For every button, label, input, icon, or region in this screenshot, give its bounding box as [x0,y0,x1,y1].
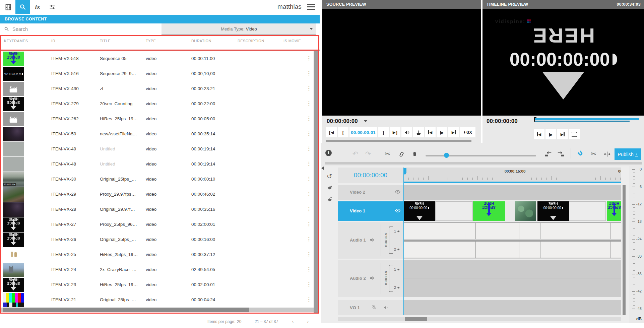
items-per-page-value[interactable]: 20 [237,319,241,324]
row-menu-icon[interactable]: ⋮ [306,100,312,107]
speaker-icon[interactable] [370,275,375,281]
media-type-select[interactable]: Media Type: Video [162,23,316,35]
source-preview-video[interactable] [322,9,481,116]
play-button[interactable]: ▶ [437,127,447,137]
reset-zoom-icon[interactable]: ↺ [327,173,332,180]
table-horizontal-scrollbar[interactable] [0,308,314,312]
eye-icon[interactable] [395,208,401,213]
table-row[interactable]: SPLICEHEREITEM-VX-27Proxy_25fps_96…video… [0,217,314,233]
search-input[interactable] [12,26,140,32]
next-frame-button[interactable]: ▶ [448,127,459,137]
track-header-vo1[interactable]: VO 1 [338,300,403,315]
mark-out-button[interactable]: ] [378,127,389,137]
audio-clip[interactable] [519,222,540,239]
volume-slider[interactable] [426,155,536,156]
add-track-icon[interactable] [327,185,333,191]
info-button[interactable]: i [325,150,332,156]
table-row[interactable]: ITEM-VX-48Untitledvideo00:00:19:14⋮ [0,157,314,172]
audio-clip[interactable] [610,222,621,239]
audio-clip[interactable] [476,222,519,239]
row-menu-icon[interactable]: ⋮ [306,251,312,257]
table-row[interactable]: ITEM-VX-242x_CrazyRace_…video02:49:54:05… [0,262,314,278]
track-video1[interactable]: HERE00:00:00:00 SPLICEHEREHERE00:00:00:0… [403,201,621,221]
prev-frame-button[interactable]: ◀ [534,129,544,139]
cut-button[interactable]: ✂ [385,150,390,157]
table-row[interactable]: ITEM-VX-50newAssetFileNa…video00:00:35:1… [0,127,314,142]
timeline-clip-clip-light[interactable] [569,201,606,221]
timeline-clip-slate-black[interactable]: HERE00:00:00:00 [537,201,569,221]
table-row[interactable]: ITEM-VX-21Original_25fps_…video00:00:04:… [0,292,314,308]
eye-icon[interactable] [395,190,401,194]
audio-clip[interactable] [403,241,476,258]
volume-slider-thumb[interactable] [444,153,449,158]
row-menu-icon[interactable]: ⋮ [306,236,312,242]
source-zoom-bar[interactable] [326,140,471,142]
table-row[interactable]: SPLICEHEREITEM-VX-23HiRes_25fps_19…video… [0,277,314,293]
timeline-clip-splice-green[interactable]: SPLICEHERE [607,201,621,221]
table-row[interactable]: ITEM-VX-49Untitledvideo00:00:19:14⋮ [0,142,314,157]
publish-button[interactable]: Publish↓ [615,148,641,160]
insert-right-button[interactable] [557,151,565,157]
row-menu-icon[interactable]: ⋮ [306,115,312,122]
progress-playhead[interactable] [534,117,535,122]
col-keyframes[interactable]: KEYFRAMES [4,39,28,43]
timeline-clip-splice-green[interactable]: SPLICEHERE [473,201,505,221]
unlink-button[interactable] [398,151,405,157]
goto-out-button[interactable]: ▶] [390,127,400,137]
timeline-preview-video[interactable]: vidispine: HERE 00:00:00:00 [482,9,644,116]
speaker-icon[interactable] [397,229,401,233]
ripple-button[interactable] [604,151,610,157]
speaker-icon[interactable] [397,268,401,271]
goto-in-button[interactable]: [◀ [326,127,337,137]
col-type[interactable]: TYPE [146,39,156,43]
mark-in-button[interactable]: [ [338,127,348,137]
row-menu-icon[interactable]: ⋮ [306,145,312,152]
effects-button[interactable]: fx [30,0,45,14]
row-menu-icon[interactable]: ⋮ [306,296,312,303]
row-menu-icon[interactable]: ⋮ [306,160,312,167]
row-menu-icon[interactable]: ⋮ [306,191,312,197]
col-duration[interactable]: DURATION [191,39,211,43]
row-menu-icon[interactable]: ⋮ [306,281,312,287]
timeline-ruler[interactable]: 00:00:15:00 00 [403,168,621,183]
track-header-video1[interactable]: Video 1 [338,201,403,221]
speaker-icon[interactable] [383,305,389,310]
col-title[interactable]: TITLE [100,39,111,43]
audio-clip[interactable] [403,222,476,239]
timeline-horizontal-scrollbar[interactable] [338,317,621,321]
table-row[interactable]: SPLICEHEREITEM-VX-518Sequence 05video00:… [0,51,314,67]
timeline-preview-progress[interactable] [534,118,639,123]
timeline-clip-photo-plants[interactable] [515,201,536,221]
media-panel-button[interactable] [1,0,15,14]
timeline-vertical-scrollbar[interactable] [623,185,626,315]
table-row[interactable]: ITEM-VX-430zlvideo00:00:23:21⋮ [0,81,314,97]
delete-button[interactable] [412,151,417,157]
track-audio2[interactable] [403,260,621,297]
table-row[interactable]: ITEM-VX-25HiRes_25fps_19…video00:00:37:1… [0,247,314,263]
speed-button[interactable]: ▲▼0X [460,127,475,137]
mic-off-icon[interactable] [371,305,377,310]
row-menu-icon[interactable]: ⋮ [306,85,312,91]
toolbar-scroll-strip[interactable] [325,162,642,165]
undo-button[interactable]: ↶ [352,150,358,157]
row-menu-icon[interactable]: ⋮ [306,55,312,61]
track-header-audio2[interactable]: Audio 2 STEREO 1 2 [338,260,403,297]
track-audio1[interactable] [403,222,621,259]
row-menu-icon[interactable]: ⋮ [306,176,312,182]
row-menu-icon[interactable]: ⋮ [306,221,312,227]
row-menu-icon[interactable]: ⋮ [306,206,312,212]
timeline-clip-clip-light[interactable] [435,201,473,221]
table-row[interactable]: 10:00:00:00 ●ITEM-VX-30Original_25fps_…v… [0,172,314,187]
export-frame-button[interactable] [413,127,424,137]
audio-clip[interactable] [519,241,540,258]
row-menu-icon[interactable]: ⋮ [306,130,312,137]
audio-clip[interactable] [540,241,610,258]
remove-track-icon[interactable] [327,197,333,202]
speaker-icon[interactable] [370,237,375,243]
insert-left-button[interactable] [544,151,552,157]
settings-button[interactable] [45,0,60,14]
next-frame-button[interactable]: ▶ [557,129,568,139]
fullscreen-button[interactable] [569,129,580,139]
row-menu-icon[interactable]: ⋮ [306,266,312,272]
col-description[interactable]: DESCRIPTION [238,39,264,43]
